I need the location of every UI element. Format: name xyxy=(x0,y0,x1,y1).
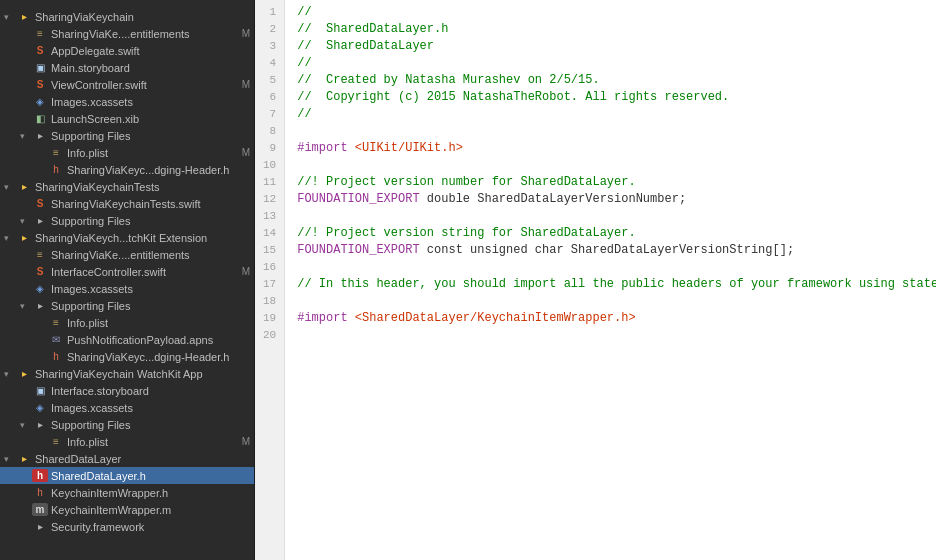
sidebar-item-KeychainItemWrapper_h[interactable]: hKeychainItemWrapper.h xyxy=(0,484,254,501)
swift-icon: S xyxy=(32,197,48,210)
badge-Info4: M xyxy=(242,436,250,447)
arrow-SupportingFiles2 xyxy=(20,216,32,226)
sidebar-item-SharingViaKe2_entitlements[interactable]: ≡SharingViaKe....entitlements xyxy=(0,246,254,263)
line-number-20: 20 xyxy=(263,327,276,344)
storyboard-icon: ▣ xyxy=(32,61,48,74)
sidebar-label-KeychainItemWrapper_m: KeychainItemWrapper.m xyxy=(51,504,254,516)
sidebar-item-SharingViaKeychainTests_swift[interactable]: SSharingViaKeychainTests.swift xyxy=(0,195,254,212)
line-number-4: 4 xyxy=(263,55,276,72)
sidebar-item-SharingViaKe_entitlements[interactable]: ≡SharingViaKe....entitlementsM xyxy=(0,25,254,42)
sidebar-item-Images3[interactable]: ◈Images.xcassets xyxy=(0,399,254,416)
line-number-1: 1 xyxy=(263,4,276,21)
sidebar-label-Images2: Images.xcassets xyxy=(51,283,254,295)
header-icon: h xyxy=(32,486,48,499)
apns-icon: ✉ xyxy=(48,333,64,346)
code-line-19: #import <SharedDataLayer/KeychainItemWra… xyxy=(297,310,924,327)
sidebar-item-SharingViaKeychainTests[interactable]: ▸SharingViaKeychainTests xyxy=(0,178,254,195)
swift-icon: S xyxy=(32,44,48,57)
group-icon: ▸ xyxy=(16,452,32,465)
folder-icon: ▸ xyxy=(32,129,48,142)
sidebar-label-SupportingFiles3: Supporting Files xyxy=(51,300,254,312)
line-number-13: 13 xyxy=(263,208,276,225)
sidebar-item-KeychainItemWrapper_m[interactable]: mKeychainItemWrapper.m xyxy=(0,501,254,518)
sidebar-item-Info3[interactable]: ≡Info.plist xyxy=(0,314,254,331)
plist-icon: ≡ xyxy=(32,248,48,261)
sidebar-item-MainStoryboard[interactable]: ▣Main.storyboard xyxy=(0,59,254,76)
line-number-17: 17 xyxy=(263,276,276,293)
sidebar-item-Header1[interactable]: hSharingViaKeyc...dging-Header.h xyxy=(0,161,254,178)
sidebar-item-InterfaceController[interactable]: SInterfaceController.swiftM xyxy=(0,263,254,280)
line-number-15: 15 xyxy=(263,242,276,259)
sidebar-item-Images2[interactable]: ◈Images.xcassets xyxy=(0,280,254,297)
arrow-SupportingFiles3 xyxy=(20,301,32,311)
group-icon: ▸ xyxy=(16,231,32,244)
sidebar-item-SupportingFiles2[interactable]: ▸Supporting Files xyxy=(0,212,254,229)
code-line-14: //! Project version string for SharedDat… xyxy=(297,225,924,242)
sidebar-item-SharedDataLayer[interactable]: ▸SharedDataLayer xyxy=(0,450,254,467)
sidebar-label-Info3: Info.plist xyxy=(67,317,254,329)
code-line-11: //! Project version number for SharedDat… xyxy=(297,174,924,191)
xcassets-icon: ◈ xyxy=(32,401,48,414)
badge-ViewController: M xyxy=(242,79,250,90)
sidebar-item-AppDelegate[interactable]: SAppDelegate.swift xyxy=(0,42,254,59)
sidebar-label-SharingViaKe_entitlements: SharingViaKe....entitlements xyxy=(51,28,242,40)
sidebar-label-Info4: Info.plist xyxy=(67,436,242,448)
sidebar-item-Info1[interactable]: ≡Info.plistM xyxy=(0,144,254,161)
code-line-7: // xyxy=(297,106,924,123)
sidebar-label-SupportingFiles1: Supporting Files xyxy=(51,130,254,142)
code-line-17: // In this header, you should import all… xyxy=(297,276,924,293)
sidebar-item-Info4[interactable]: ≡Info.plistM xyxy=(0,433,254,450)
folder-icon: ▸ xyxy=(32,520,48,533)
code-line-4: // xyxy=(297,55,924,72)
sidebar[interactable]: ▸SharingViaKeychain≡SharingViaKe....enti… xyxy=(0,0,255,560)
sidebar-label-Info1: Info.plist xyxy=(67,147,242,159)
sidebar-item-Images1[interactable]: ◈Images.xcassets xyxy=(0,93,254,110)
sidebar-item-Interface_storyboard[interactable]: ▣Interface.storyboard xyxy=(0,382,254,399)
folder-icon: ▸ xyxy=(32,418,48,431)
sidebar-item-SupportingFiles3[interactable]: ▸Supporting Files xyxy=(0,297,254,314)
sidebar-label-SharingViaKeychainWatchKit: SharingViaKeychain WatchKit App xyxy=(35,368,254,380)
code-line-5: // Created by Natasha Murashev on 2/5/15… xyxy=(297,72,924,89)
line-number-16: 16 xyxy=(263,259,276,276)
sidebar-item-ViewController[interactable]: SViewController.swiftM xyxy=(0,76,254,93)
plist-icon: ≡ xyxy=(48,435,64,448)
sidebar-item-Security_framework[interactable]: ▸Security.framework xyxy=(0,518,254,535)
line-number-18: 18 xyxy=(263,293,276,310)
line-number-8: 8 xyxy=(263,123,276,140)
sidebar-item-SharingViaKeytchKitExt[interactable]: ▸SharingViaKeych...tchKit Extension xyxy=(0,229,254,246)
badge-SharingViaKe_entitlements: M xyxy=(242,28,250,39)
sidebar-item-SharingViaKeychain[interactable]: ▸SharingViaKeychain xyxy=(0,8,254,25)
header-icon: h xyxy=(48,163,64,176)
sidebar-item-SupportingFiles4[interactable]: ▸Supporting Files xyxy=(0,416,254,433)
sidebar-label-SharingViaKeychain: SharingViaKeychain xyxy=(35,11,254,23)
sidebar-label-Security_framework: Security.framework xyxy=(51,521,254,533)
sidebar-item-SharedDataLayer_h[interactable]: hSharedDataLayer.h xyxy=(0,467,254,484)
sidebar-item-LaunchScreen[interactable]: ◧LaunchScreen.xib xyxy=(0,110,254,127)
group-icon: ▸ xyxy=(16,367,32,380)
arrow-SharingViaKeytchKitExt xyxy=(4,233,16,243)
plist-icon: ≡ xyxy=(32,27,48,40)
code-line-6: // Copyright (c) 2015 NatashaTheRobot. A… xyxy=(297,89,924,106)
sidebar-label-InterfaceController: InterfaceController.swift xyxy=(51,266,242,278)
line-numbers: 1234567891011121314151617181920 xyxy=(255,0,285,560)
arrow-SupportingFiles4 xyxy=(20,420,32,430)
plist-icon: ≡ xyxy=(48,146,64,159)
line-number-10: 10 xyxy=(263,157,276,174)
code-line-15: FOUNDATION_EXPORT const unsigned char Sh… xyxy=(297,242,924,259)
sidebar-label-ViewController: ViewController.swift xyxy=(51,79,242,91)
sidebar-label-Images3: Images.xcassets xyxy=(51,402,254,414)
sidebar-item-SupportingFiles1[interactable]: ▸Supporting Files xyxy=(0,127,254,144)
sidebar-item-Header3[interactable]: hSharingViaKeyc...dging-Header.h xyxy=(0,348,254,365)
m-icon: m xyxy=(32,503,48,516)
group-icon: ▸ xyxy=(16,10,32,23)
line-number-2: 2 xyxy=(263,21,276,38)
code-line-3: // SharedDataLayer xyxy=(297,38,924,55)
sidebar-label-SharedDataLayer_h: SharedDataLayer.h xyxy=(51,470,254,482)
code-content: //// SharedDataLayer.h// SharedDataLayer… xyxy=(285,0,936,560)
swift-icon: S xyxy=(32,265,48,278)
sidebar-item-SharingViaKeychainWatchKit[interactable]: ▸SharingViaKeychain WatchKit App xyxy=(0,365,254,382)
code-line-16 xyxy=(297,259,924,276)
sidebar-item-PushNotification[interactable]: ✉PushNotificationPayload.apns xyxy=(0,331,254,348)
sidebar-label-Interface_storyboard: Interface.storyboard xyxy=(51,385,254,397)
plist-icon: ≡ xyxy=(48,316,64,329)
